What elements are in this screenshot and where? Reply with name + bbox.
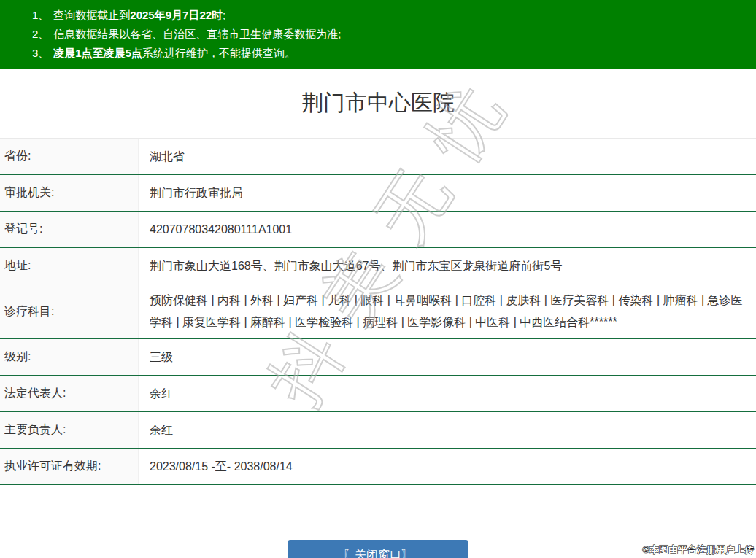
row-label: 诊疗科目: [0,284,139,338]
row-label: 执业许可证有效期: [0,449,139,484]
notice-text: 凌晨1点至凌晨5点 [53,47,142,59]
row-label: 审批机关: [0,175,139,211]
row-value-text: 荆门市象山大道168号、荆门市象山大道67号、荆门市东宝区龙泉街道府前街5号 [150,255,562,277]
upload-credit-text: ©本图由平台注册用户上传 [642,543,754,557]
row-label: 法定代表人: [0,376,139,411]
notice-text: 2025年9月7日22时 [130,9,223,21]
page-title: 荆门市中心医院 [0,87,756,119]
notice-number: 1、 [32,9,49,21]
table-row: 地址:荆门市象山大道168号、荆门市象山大道67号、荆门市东宝区龙泉街道府前街5… [0,248,756,284]
table-row: 登记号:42070780342080111A1001 [0,212,756,248]
row-value-text: 预防保健科 | 内科 | 外科 | 妇产科 | 儿科 | 眼科 | 耳鼻咽喉科 … [150,290,743,333]
table-row: 审批机关:荆门市行政审批局 [0,175,756,212]
notice-text: 系统进行维护，不能提供查询。 [142,47,296,59]
notice-text: ; [223,9,225,21]
hospital-details-table: 省份:湖北省审批机关:荆门市行政审批局登记号:42070780342080111… [0,138,756,485]
notice-line: 2、信息数据结果以各省、自治区、直辖市卫生健康委数据为准; [32,25,749,43]
close-window-button[interactable]: 〖关闭窗口〗 [288,540,468,558]
notice-text: 查询数据截止到 [53,9,130,21]
notice-number: 3、 [32,47,49,59]
notice-banner: 1、查询数据截止到2025年9月7日22时;2、信息数据结果以各省、自治区、直辖… [0,0,756,69]
notice-text: 信息数据结果以各省、自治区、直辖市卫生健康委数据为准; [53,28,341,40]
row-label: 地址: [0,248,139,284]
table-row: 诊疗科目:预防保健科 | 内科 | 外科 | 妇产科 | 儿科 | 眼科 | 耳… [0,284,756,339]
row-value-text: 余红 [150,383,173,405]
table-row: 法定代表人:余红 [0,376,756,412]
row-value-text: 余红 [150,419,173,441]
row-value-text: 2023/08/15 -至- 2038/08/14 [150,456,293,478]
row-value: 42070780342080111A1001 [139,212,756,247]
row-label: 省份: [0,139,139,174]
table-row: 执业许可证有效期:2023/08/15 -至- 2038/08/14 [0,449,756,485]
table-row: 省份:湖北省 [0,139,756,175]
table-row: 主要负责人:余红 [0,412,756,449]
row-label: 主要负责人: [0,412,139,448]
row-value-text: 三级 [150,346,173,368]
row-value-text: 荆门市行政审批局 [150,182,243,204]
notice-list: 1、查询数据截止到2025年9月7日22时;2、信息数据结果以各省、自治区、直辖… [32,6,749,62]
row-value-text: 湖北省 [150,146,185,168]
row-value: 湖北省 [139,139,756,174]
notice-line: 1、查询数据截止到2025年9月7日22时; [32,6,749,24]
row-value: 荆门市象山大道168号、荆门市象山大道67号、荆门市东宝区龙泉街道府前街5号 [139,248,756,284]
table-row: 级别:三级 [0,339,756,376]
row-value: 预防保健科 | 内科 | 外科 | 妇产科 | 儿科 | 眼科 | 耳鼻咽喉科 … [139,284,756,338]
notice-line: 3、凌晨1点至凌晨5点系统进行维护，不能提供查询。 [32,44,749,62]
row-value: 荆门市行政审批局 [139,175,756,211]
row-value: 2023/08/15 -至- 2038/08/14 [139,449,756,484]
row-value-text: 42070780342080111A1001 [150,219,292,241]
row-label: 级别: [0,339,139,375]
row-value: 余红 [139,412,756,448]
row-value: 余红 [139,376,756,411]
row-value: 三级 [139,339,756,375]
row-label: 登记号: [0,212,139,247]
notice-number: 2、 [32,28,49,40]
